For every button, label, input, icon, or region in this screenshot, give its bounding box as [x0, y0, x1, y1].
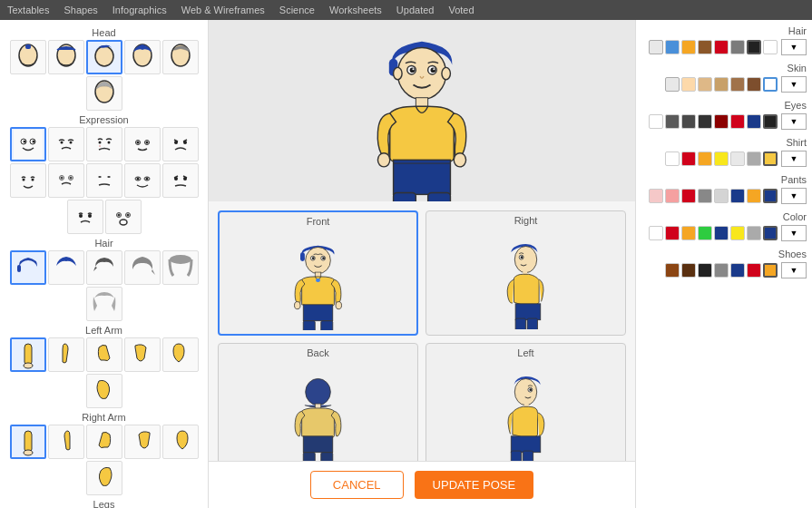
right-arm-part-1[interactable]: [10, 425, 46, 459]
shoes-swatch-5[interactable]: [730, 263, 745, 278]
expression-part-9[interactable]: [124, 163, 161, 198]
expression-part-7[interactable]: [48, 163, 84, 198]
skin-swatch-1[interactable]: [665, 77, 680, 92]
tab-textables[interactable]: Textables: [7, 5, 49, 15]
head-part-5[interactable]: [162, 40, 199, 74]
head-part-3[interactable]: [86, 40, 122, 74]
pants-color-dropdown[interactable]: ▼: [781, 188, 807, 204]
pants-swatch-navy[interactable]: [763, 189, 778, 203]
eyes-swatch-5[interactable]: [714, 114, 729, 129]
skin-swatch-white[interactable]: [763, 77, 778, 92]
hair-swatch-white[interactable]: [763, 40, 778, 54]
hair-part-4[interactable]: [124, 250, 161, 285]
color-swatch-4[interactable]: [698, 226, 712, 240]
pants-swatch-1[interactable]: [649, 189, 663, 203]
right-arm-part-5[interactable]: [162, 425, 199, 459]
hair-part-1[interactable]: [10, 250, 46, 285]
expression-part-12[interactable]: [105, 200, 142, 234]
hair-part-5[interactable]: [162, 250, 199, 285]
hair-swatch-2[interactable]: [665, 40, 680, 54]
tab-science[interactable]: Science: [279, 5, 315, 15]
left-arm-part-5[interactable]: [162, 337, 199, 372]
eyes-swatch-7[interactable]: [747, 114, 761, 129]
skin-swatch-5[interactable]: [730, 77, 745, 92]
eyes-swatch-3[interactable]: [681, 114, 696, 129]
pants-swatch-4[interactable]: [698, 189, 712, 203]
shirt-swatch-1[interactable]: [665, 151, 680, 166]
shirt-swatch-3[interactable]: [698, 151, 712, 166]
right-arm-part-6[interactable]: [86, 461, 122, 495]
skin-color-dropdown[interactable]: ▼: [781, 76, 807, 93]
pants-swatch-2[interactable]: [665, 189, 680, 203]
shoes-swatch-orange[interactable]: [763, 263, 778, 278]
cancel-button[interactable]: CANCEL: [310, 471, 404, 499]
eyes-swatch-6[interactable]: [730, 114, 745, 129]
pants-swatch-6[interactable]: [730, 189, 745, 203]
right-arm-part-2[interactable]: [48, 425, 84, 459]
shoes-swatch-4[interactable]: [714, 263, 729, 278]
hair-swatch-1[interactable]: [649, 40, 663, 54]
tab-web-wireframes[interactable]: Web & Wireframes: [181, 5, 265, 15]
view-box-right[interactable]: Right: [426, 210, 626, 336]
eyes-swatch-8[interactable]: [763, 114, 778, 129]
skin-swatch-6[interactable]: [747, 77, 761, 92]
eyes-swatch-1[interactable]: [649, 114, 663, 129]
expression-part-11[interactable]: [67, 200, 103, 234]
head-part-6[interactable]: [86, 76, 122, 111]
view-box-back[interactable]: Back: [218, 343, 418, 461]
color-swatch-6[interactable]: [730, 226, 745, 240]
expression-part-4[interactable]: [124, 127, 161, 161]
left-arm-part-1[interactable]: [10, 337, 46, 372]
tab-updated[interactable]: Updated: [396, 5, 435, 15]
view-box-left[interactable]: Left: [426, 343, 626, 461]
hair-part-3[interactable]: [86, 250, 122, 285]
expression-part-1[interactable]: [10, 127, 46, 161]
shirt-swatch-4[interactable]: [714, 151, 729, 166]
expression-part-2[interactable]: [48, 127, 84, 161]
color-swatch-1[interactable]: [649, 226, 663, 240]
left-arm-part-2[interactable]: [48, 337, 84, 372]
expression-part-5[interactable]: [162, 127, 199, 161]
expression-part-8[interactable]: [86, 163, 122, 198]
eyes-color-dropdown[interactable]: ▼: [781, 113, 807, 130]
skin-swatch-2[interactable]: [681, 77, 696, 92]
shoes-swatch-1[interactable]: [665, 263, 680, 278]
eyes-swatch-4[interactable]: [698, 114, 712, 129]
shirt-color-dropdown[interactable]: ▼: [781, 151, 807, 167]
hair-swatch-3[interactable]: [681, 40, 696, 54]
shirt-swatch-5[interactable]: [730, 151, 745, 166]
hair-swatch-7[interactable]: [747, 40, 761, 54]
color-swatch-2[interactable]: [665, 226, 680, 240]
right-arm-part-4[interactable]: [124, 425, 161, 459]
hair-color-dropdown[interactable]: ▼: [781, 39, 807, 55]
tab-worksheets[interactable]: Worksheets: [329, 5, 382, 15]
color-swatch-7[interactable]: [747, 226, 761, 240]
tab-infographics[interactable]: Infographics: [113, 5, 167, 15]
right-arm-part-3[interactable]: [86, 425, 122, 459]
shirt-swatch-6[interactable]: [747, 151, 761, 166]
hair-swatch-6[interactable]: [730, 40, 745, 54]
hair-part-6[interactable]: [86, 287, 122, 321]
pants-swatch-7[interactable]: [747, 189, 761, 203]
pants-swatch-5[interactable]: [714, 189, 729, 203]
tab-voted[interactable]: Voted: [448, 5, 474, 15]
head-part-1[interactable]: [10, 40, 46, 74]
skin-swatch-3[interactable]: [698, 77, 712, 92]
shoes-swatch-2[interactable]: [681, 263, 696, 278]
expression-part-3[interactable]: [86, 127, 122, 161]
shirt-swatch-yellow[interactable]: [763, 151, 778, 166]
extra-color-dropdown[interactable]: ▼: [781, 225, 807, 241]
shoes-color-dropdown[interactable]: ▼: [781, 262, 807, 278]
expression-part-10[interactable]: [162, 163, 199, 198]
eyes-swatch-2[interactable]: [665, 114, 680, 129]
shirt-swatch-2[interactable]: [681, 151, 696, 166]
view-box-front[interactable]: Front: [218, 210, 418, 336]
hair-part-2[interactable]: [48, 250, 84, 285]
color-swatch-3[interactable]: [681, 226, 696, 240]
head-part-4[interactable]: [124, 40, 161, 74]
shoes-swatch-6[interactable]: [747, 263, 761, 278]
skin-swatch-4[interactable]: [714, 77, 729, 92]
left-arm-part-3[interactable]: [86, 337, 122, 372]
tab-shapes[interactable]: Shapes: [64, 5, 97, 15]
pants-swatch-3[interactable]: [681, 189, 696, 203]
